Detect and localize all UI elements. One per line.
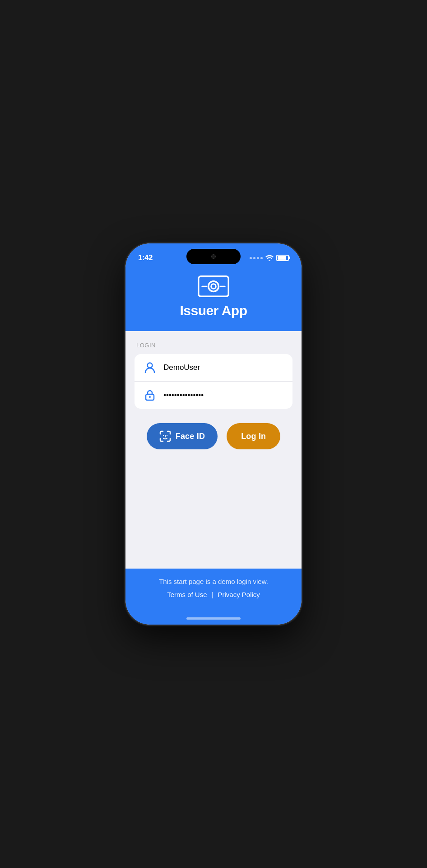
section-label: LOGIN (135, 342, 292, 349)
status-icons (250, 255, 289, 261)
battery-icon (276, 255, 289, 261)
login-card (135, 354, 292, 409)
signal-icon (250, 257, 263, 259)
main-content: LOGIN (125, 331, 302, 569)
dynamic-island (186, 249, 241, 264)
wifi-icon (265, 255, 274, 261)
user-icon (144, 361, 156, 374)
face-id-button[interactable]: Face ID (147, 423, 218, 449)
username-input[interactable] (163, 363, 283, 372)
svg-point-7 (149, 396, 151, 398)
face-id-label: Face ID (176, 432, 205, 441)
login-button[interactable]: Log In (227, 423, 280, 449)
app-footer: This start page is a demo login view. Te… (125, 569, 302, 612)
demo-text: This start page is a demo login view. (159, 578, 268, 585)
footer-links: Terms of Use | Privacy Policy (167, 591, 260, 598)
svg-point-1 (209, 281, 219, 292)
footer-divider: | (212, 591, 214, 598)
svg-point-5 (148, 363, 153, 368)
login-label: Log In (241, 432, 266, 441)
app-header: Issuer App (125, 266, 302, 331)
app-logo-icon (198, 275, 229, 298)
terms-link[interactable]: Terms of Use (167, 591, 207, 598)
password-input[interactable] (163, 391, 283, 400)
privacy-link[interactable]: Privacy Policy (218, 591, 260, 598)
status-time: 1:42 (138, 253, 153, 262)
app-title: Issuer App (180, 303, 247, 318)
home-bar (186, 617, 241, 620)
username-row (135, 354, 292, 381)
camera-dot (211, 254, 216, 259)
phone-frame: 1:42 Issuer (125, 243, 302, 625)
lock-icon (144, 389, 156, 401)
password-row (135, 381, 292, 409)
buttons-row: Face ID Log In (135, 423, 292, 449)
home-indicator (125, 612, 302, 625)
screen: 1:42 Issuer (125, 243, 302, 625)
svg-point-2 (211, 284, 216, 289)
face-id-scan-icon (159, 430, 171, 442)
